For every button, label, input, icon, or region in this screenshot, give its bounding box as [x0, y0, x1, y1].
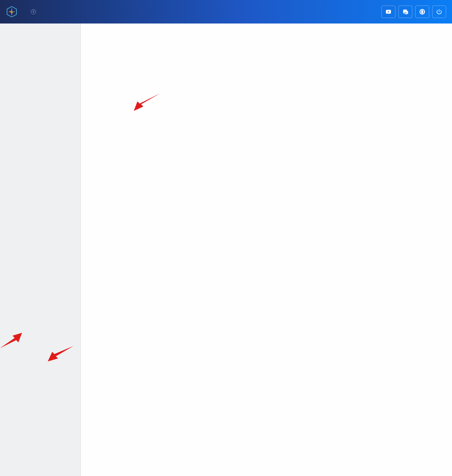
chat-icon[interactable]: [398, 6, 412, 18]
brand-logo[interactable]: [6, 6, 21, 18]
main-content: [81, 24, 452, 476]
annotation-arrow: [134, 93, 160, 112]
annotation-arrow: [48, 346, 73, 363]
sidebar: [0, 24, 81, 476]
annotation-arrow: [0, 333, 22, 350]
support-icon[interactable]: [415, 6, 429, 18]
sidebar-collapse-button[interactable]: [31, 9, 36, 14]
app-header: [0, 0, 452, 24]
power-icon[interactable]: [432, 6, 446, 18]
youtube-icon[interactable]: [381, 6, 395, 18]
cyberpanel-logo-icon: [6, 6, 18, 18]
